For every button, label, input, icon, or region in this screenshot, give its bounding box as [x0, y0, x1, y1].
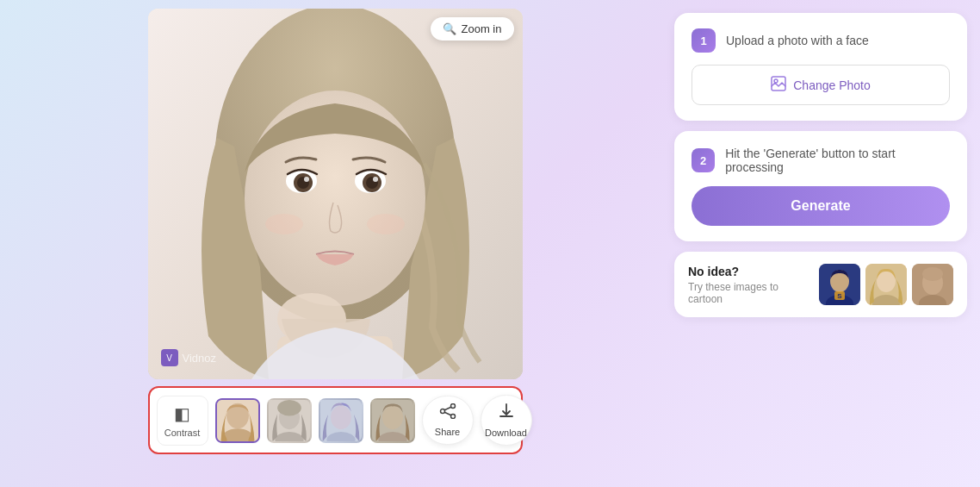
step-2-description: Hit the 'Generate' button to start proce… — [725, 147, 950, 174]
svg-point-47 — [922, 267, 943, 281]
svg-point-13 — [265, 214, 303, 234]
step-2-card: 2 Hit the 'Generate' button to start pro… — [674, 131, 967, 241]
download-icon — [498, 403, 515, 424]
svg-point-24 — [331, 405, 351, 429]
thumbnail-strip: ◧ Contrast — [148, 386, 523, 454]
contrast-icon: ◧ — [174, 403, 190, 424]
svg-text:S: S — [837, 292, 842, 300]
share-button[interactable]: Share — [422, 396, 474, 445]
svg-line-33 — [444, 412, 451, 415]
thumbnail-3[interactable] — [319, 398, 363, 443]
svg-line-32 — [444, 407, 451, 410]
no-idea-title: No idea? — [688, 265, 809, 278]
sample-images: S — [819, 264, 953, 305]
svg-point-12 — [373, 177, 378, 182]
thumbnail-4[interactable] — [370, 398, 415, 443]
generate-button[interactable]: Generate — [692, 186, 950, 226]
svg-point-11 — [304, 177, 309, 182]
svg-point-29 — [450, 404, 455, 409]
contrast-button[interactable]: ◧ Contrast — [157, 396, 208, 446]
step-2-number: 2 — [692, 148, 715, 172]
no-idea-text: No idea? Try these images to cartoon — [688, 265, 809, 305]
svg-point-31 — [440, 409, 444, 414]
step-2-header: 2 Hit the 'Generate' button to start pro… — [692, 147, 950, 174]
svg-point-27 — [382, 405, 403, 429]
svg-point-14 — [367, 214, 405, 234]
vidnoz-logo: V — [161, 349, 178, 366]
share-label: Share — [435, 427, 460, 437]
right-panel: 1 Upload a photo with a face Change Phot… — [661, 0, 980, 487]
share-icon — [439, 403, 456, 423]
download-label: Download — [485, 428, 527, 438]
thumbnail-2[interactable] — [267, 398, 312, 443]
contrast-label: Contrast — [164, 428, 201, 438]
svg-point-30 — [450, 415, 455, 419]
watermark-text: Vidnoz — [183, 352, 217, 365]
step-1-header: 1 Upload a photo with a face — [692, 28, 950, 53]
image-icon — [771, 76, 786, 94]
watermark: V Vidnoz — [161, 349, 217, 366]
download-button[interactable]: Download — [481, 395, 532, 446]
change-photo-label: Change Photo — [793, 78, 871, 92]
sample-bald[interactable] — [912, 264, 953, 305]
step-1-description: Upload a photo with a face — [726, 34, 869, 47]
change-photo-button[interactable]: Change Photo — [692, 65, 950, 105]
search-icon: 🔍 — [443, 22, 456, 35]
no-idea-subtitle: Try these images to cartoon — [688, 281, 809, 305]
thumbnail-1[interactable] — [215, 398, 260, 443]
zoom-in-label: Zoom in — [462, 22, 502, 35]
main-image — [148, 9, 523, 379]
svg-point-22 — [277, 400, 301, 415]
main-image-container: 🔍 Zoom in V Vidnoz — [148, 9, 523, 379]
step-1-number: 1 — [692, 28, 716, 53]
sample-blonde[interactable] — [865, 264, 907, 305]
step-1-card: 1 Upload a photo with a face Change Phot… — [674, 13, 967, 121]
no-idea-card: No idea? Try these images to cartoon S — [674, 252, 967, 317]
left-panel: 🔍 Zoom in V Vidnoz ◧ Contrast — [0, 0, 661, 487]
sample-superman[interactable]: S — [819, 264, 860, 305]
zoom-in-button[interactable]: 🔍 Zoom in — [431, 17, 514, 41]
generate-label: Generate — [791, 198, 850, 213]
